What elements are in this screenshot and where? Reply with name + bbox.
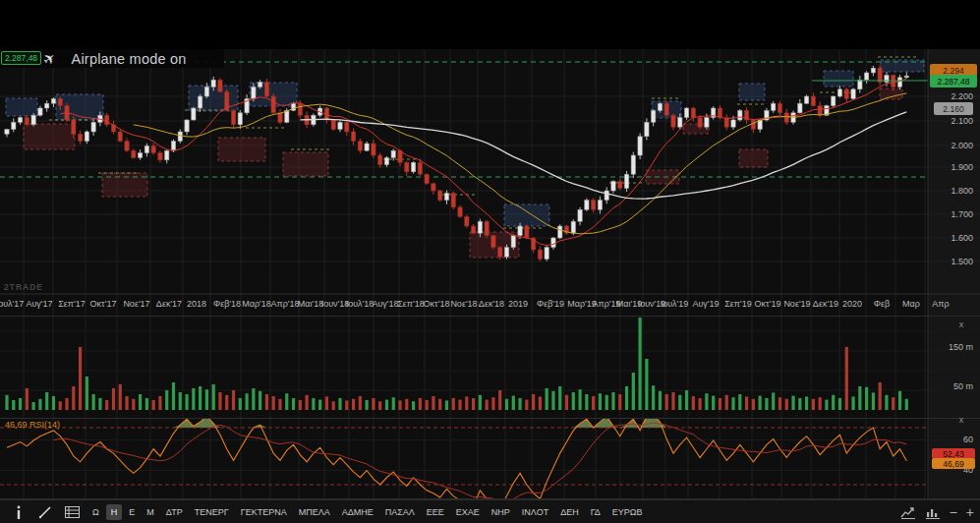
month-label[interactable]: Δεκ'17 — [156, 299, 182, 309]
volume-axis-label: 150 m — [949, 342, 973, 352]
toolbar-button-ΓΔ[interactable]: ΓΔ — [586, 504, 605, 520]
demand-zone — [283, 152, 328, 176]
level-price-badge: 2.160 — [934, 102, 973, 115]
watermark: 2TRADE — [4, 282, 43, 292]
volume-axis-label: 50 m — [953, 381, 973, 391]
toolbar-button-Μ[interactable]: Μ — [142, 504, 159, 520]
price-axis-label: 1.500 — [951, 257, 973, 266]
toolbar-button-ΔΕΗ[interactable]: ΔΕΗ — [555, 504, 584, 520]
toolbar-button-ΝΗΡ[interactable]: ΝΗΡ — [487, 504, 515, 520]
month-label[interactable]: Ιουλ'17 — [0, 299, 24, 309]
toolbar-button-ΑΔΜΗΕ[interactable]: ΑΔΜΗΕ — [337, 504, 378, 520]
toolbar-button-ΜΠΕΛΑ[interactable]: ΜΠΕΛΑ — [294, 504, 335, 520]
demand-zone — [24, 124, 75, 149]
price-axis-label: 2.000 — [951, 141, 973, 150]
toolbar-button-ΔΤΡ[interactable]: ΔΤΡ — [161, 504, 188, 520]
demand-zone — [880, 88, 902, 99]
price-axis-label: 1.800 — [951, 186, 973, 196]
supply-zone — [739, 84, 765, 100]
month-label[interactable]: Οκτ'19 — [755, 299, 781, 309]
month-label[interactable]: Νοε'17 — [123, 299, 149, 309]
watchlist-icon[interactable] — [64, 504, 80, 520]
volume-pane-close-icon[interactable]: x — [955, 319, 967, 330]
notification-text: Airplane mode on — [72, 51, 187, 67]
month-label[interactable]: Σεπ'17 — [58, 299, 86, 309]
rsi-axis-label: 60 — [963, 435, 973, 444]
month-label[interactable]: Απρ'18 — [270, 299, 299, 309]
info-icon[interactable] — [11, 504, 27, 520]
price-axis-label: 1.900 — [951, 162, 973, 172]
rsi-value-badge: 46,69 — [932, 458, 975, 469]
bottom-toolbar: ΩΗΕΜΔΤΡΤΕΝΕΡΓΓΕΚΤΕΡΝΑΜΠΕΛΑΑΔΜΗΕΠΑΣΑΛΕΕΕΕ… — [0, 499, 980, 523]
price-axis-label: 2.100 — [951, 116, 973, 126]
toolbar-button-Η[interactable]: Η — [106, 504, 123, 520]
month-label[interactable]: Αυγ'17 — [26, 299, 52, 309]
month-label[interactable]: Δεκ'19 — [813, 299, 838, 309]
month-label[interactable]: 2019 — [508, 299, 528, 309]
supply-zone — [504, 204, 549, 226]
toolbar-button-ΓΕΚΤΕΡΝΑ[interactable]: ΓΕΚΤΕΡΝΑ — [236, 504, 292, 520]
month-label[interactable]: Φεβ'19 — [537, 299, 564, 309]
zoom-in-button[interactable]: + — [966, 505, 974, 519]
rsi-pane-close-icon[interactable]: x — [955, 414, 967, 426]
month-label[interactable]: Αυγ'18 — [372, 299, 398, 309]
month-label[interactable]: Φεβ — [874, 299, 890, 309]
supply-zone — [824, 71, 853, 87]
month-label[interactable]: 2018 — [187, 299, 206, 309]
price-axis-label: 1.600 — [951, 233, 973, 243]
compare-chart-icon[interactable] — [900, 506, 917, 519]
chart-canvas[interactable] — [0, 0, 980, 523]
trading-app-screen: ✈ Airplane mode on 2.287,48 2TRADE 46,69… — [0, 0, 980, 523]
month-label[interactable]: Νοε'18 — [450, 299, 477, 309]
month-label[interactable]: Μαι'18 — [298, 299, 323, 309]
draw-icon[interactable] — [37, 504, 53, 520]
airplane-icon: ✈ — [39, 48, 60, 70]
month-label[interactable]: 2020 — [842, 299, 862, 309]
month-label[interactable]: Οκτ'18 — [424, 299, 450, 309]
month-label[interactable]: Οκτ'17 — [90, 299, 117, 309]
month-label[interactable]: Σεπ'19 — [724, 299, 752, 309]
toolbar-button-ΕΧΑΕ[interactable]: ΕΧΑΕ — [451, 504, 485, 520]
toolbar-button-Ω[interactable]: Ω — [87, 504, 104, 520]
zoom-out-button[interactable]: − — [950, 505, 957, 519]
month-label[interactable]: Ιουλ'18 — [346, 299, 375, 309]
demand-zone — [739, 149, 768, 167]
supply-zone — [6, 98, 37, 116]
month-label[interactable]: Μαρ'18 — [242, 299, 271, 309]
toolbar-button-ΙΝΛΟΤ[interactable]: ΙΝΛΟΤ — [517, 504, 553, 520]
month-label[interactable]: Αυγ'19 — [692, 299, 719, 309]
month-label[interactable]: Ιουλ'19 — [661, 299, 689, 309]
price-axis-label: 1.700 — [951, 209, 973, 219]
toolbar-button-ΕΕΕ[interactable]: ΕΕΕ — [422, 504, 449, 520]
price-axis-label: 2.200 — [951, 91, 973, 101]
toolbar-button-ΤΕΝΕΡΓ[interactable]: ΤΕΝΕΡΓ — [190, 504, 234, 520]
month-label[interactable]: Μαρ — [902, 299, 920, 309]
bar-chart-icon[interactable] — [926, 506, 941, 519]
last-price-badge: 2.287.48 — [930, 75, 977, 87]
toolbar-button-ΠΑΣΑΛ[interactable]: ΠΑΣΑΛ — [380, 504, 420, 520]
month-label[interactable]: Νοε'19 — [783, 299, 810, 309]
month-label[interactable]: Φεβ'18 — [213, 299, 241, 309]
demand-zone — [218, 138, 265, 161]
month-label[interactable]: Απρ — [932, 299, 949, 309]
rsi-indicator-label[interactable]: 46,69 RSI(14) — [5, 420, 60, 430]
alert-price-label[interactable]: 2.287,48 — [1, 51, 41, 65]
month-label[interactable]: Σεπ'18 — [397, 299, 425, 309]
toolbar-button-Ε[interactable]: Ε — [124, 504, 140, 520]
toolbar-button-ΕΥΡΩΒ[interactable]: ΕΥΡΩΒ — [607, 504, 648, 520]
notification-shade — [0, 0, 980, 49]
month-label[interactable]: Δεκ'18 — [479, 299, 504, 309]
